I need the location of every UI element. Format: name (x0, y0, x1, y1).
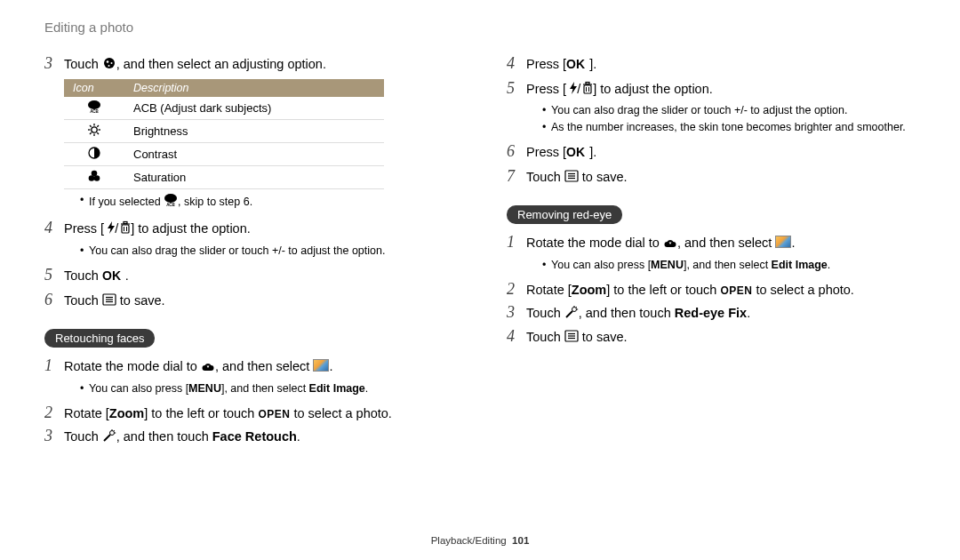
step-text: Rotate the mode dial to , and then selec… (64, 356, 332, 378)
saturation-icon (87, 169, 101, 186)
step-number: 5 (44, 266, 64, 285)
photo-thumbnail-icon (775, 236, 791, 248)
step-number: 3 (44, 54, 64, 74)
ok-icon (566, 146, 589, 164)
note: You can also press [MENU], and then sele… (542, 258, 916, 274)
ok-icon (102, 269, 125, 287)
menu-icon (564, 169, 579, 188)
flash-icon (566, 81, 577, 100)
trash-icon (580, 81, 593, 100)
step-number: 3 (44, 427, 64, 446)
brightness-icon (87, 123, 101, 140)
table-row: Brightness (64, 119, 384, 142)
step-number: 6 (507, 142, 526, 162)
step-number: 1 (44, 356, 64, 376)
note: As the number increases, the skin tone b… (542, 120, 916, 136)
left-column: 3 Touch , and then select an adjusting o… (44, 54, 453, 451)
note: You can also drag the slider or touch +/… (80, 244, 453, 260)
note: You can also drag the slider or touch +/… (542, 103, 916, 119)
note: If you selected , skip to step 6. (80, 193, 453, 212)
step-text: Touch to save. (526, 327, 628, 348)
step-number: 4 (44, 219, 64, 238)
flash-icon (104, 220, 115, 240)
step-number: 6 (44, 291, 64, 310)
subheading-retouching-faces: Retouching faces (44, 329, 155, 348)
step-number: 7 (507, 167, 526, 187)
acb-icon (164, 193, 178, 212)
wand-icon (564, 305, 579, 324)
mode-dial-icon (663, 236, 677, 254)
step-text: Touch , and then select an adjusting opt… (64, 54, 326, 76)
menu-icon (102, 292, 116, 312)
table-row: Contrast (64, 142, 384, 165)
wand-icon (102, 428, 116, 448)
step-text: Touch . (64, 266, 129, 287)
step-number: 5 (507, 79, 526, 99)
step-number: 3 (507, 303, 526, 323)
step-number: 4 (507, 327, 526, 347)
dust-icon (102, 56, 116, 76)
right-column: 4 Press []. 5 Press [/] to adjust the op… (507, 54, 916, 451)
step-text: Touch , and then touch Face Retouch. (64, 427, 300, 448)
step-text: Press [/] to adjust the option. (64, 219, 251, 240)
trash-icon (118, 220, 131, 240)
step-text: Rotate the mode dial to , and then selec… (526, 233, 795, 254)
photo-thumbnail-icon (313, 359, 329, 372)
step-text: Press []. (526, 54, 596, 76)
note: You can also press [MENU], and then sele… (80, 381, 453, 397)
page-title: Editing a photo (44, 20, 916, 35)
step-text: Touch to save. (526, 167, 628, 188)
adjust-options-table: Icon Description ACB (Adjust dark subjec… (64, 79, 384, 189)
ok-icon (566, 58, 589, 76)
step-text: Touch , and then touch Red-eye Fix. (526, 303, 750, 324)
step-text: Press [/] to adjust the option. (526, 79, 713, 100)
step-number: 4 (507, 54, 526, 74)
step-number: 2 (44, 404, 64, 423)
step-text: Press []. (526, 142, 596, 164)
contrast-icon (87, 146, 101, 163)
acb-icon (87, 100, 101, 116)
footer: Playback/Editing 101 (0, 535, 960, 546)
mode-dial-icon (201, 360, 215, 378)
table-row: Saturation (64, 165, 384, 188)
table-row: ACB (Adjust dark subjects) (64, 97, 384, 120)
step-text: Touch to save. (64, 291, 165, 312)
step-number: 2 (507, 280, 526, 300)
subheading-removing-red-eye: Removing red-eye (507, 205, 622, 224)
step-number: 1 (507, 233, 526, 252)
menu-icon (564, 329, 579, 348)
table-header-icon: Icon (64, 79, 124, 97)
table-header-desc: Description (124, 79, 384, 97)
step-text: Rotate [Zoom] to the left or touch OPEN … (526, 280, 854, 300)
step-text: Rotate [Zoom] to the left or touch OPEN … (64, 404, 392, 423)
